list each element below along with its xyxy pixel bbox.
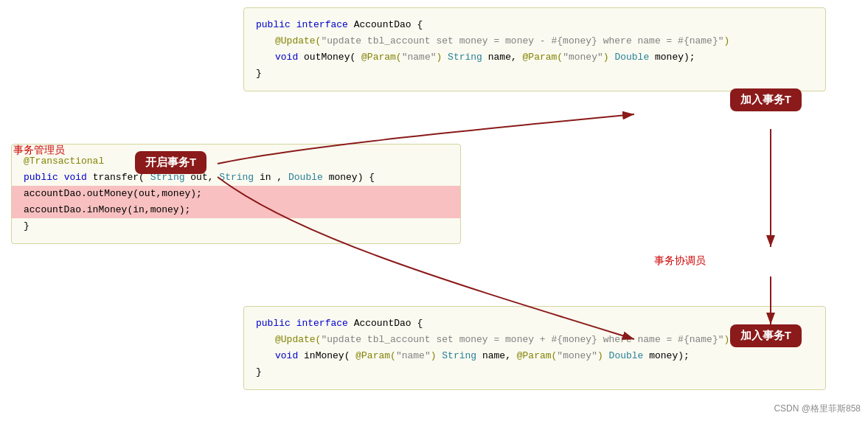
middle-line4-highlight: accountDao.inMoney(in,money); [24, 202, 448, 218]
middle-line2: public void transfer( String out, String… [24, 170, 448, 186]
tx-manager-label: 事务管理员 [13, 144, 65, 157]
join-t-bottom-label: 加入事务T [730, 324, 802, 347]
middle-code-box: @Transactional public void transfer( Str… [11, 144, 461, 244]
middle-line1-anno: @Transactional [24, 153, 448, 170]
top-line2: @Update("update tbl_account set money = … [256, 33, 813, 49]
bottom-line3: void inMoney( @Param("name") String name… [256, 348, 813, 364]
top-line3: void outMoney( @Param("name") String nam… [256, 49, 813, 66]
top-code-box: public interface AccountDao { @Update("u… [243, 7, 826, 91]
bottom-code-box: public interface AccountDao { @Update("u… [243, 306, 826, 390]
join-t-top-label: 加入事务T [730, 88, 802, 111]
top-line1: public interface AccountDao { [256, 17, 813, 33]
start-t-label: 开启事务T [135, 151, 206, 174]
middle-line3-highlight: accountDao.outMoney(out,money); [24, 186, 448, 202]
top-line4: } [256, 66, 813, 82]
middle-line5: } [24, 218, 448, 234]
bottom-line4: } [256, 364, 813, 380]
watermark: CSDN @格里菲斯858 [774, 403, 861, 415]
tx-coordinator-label: 事务协调员 [654, 254, 706, 268]
